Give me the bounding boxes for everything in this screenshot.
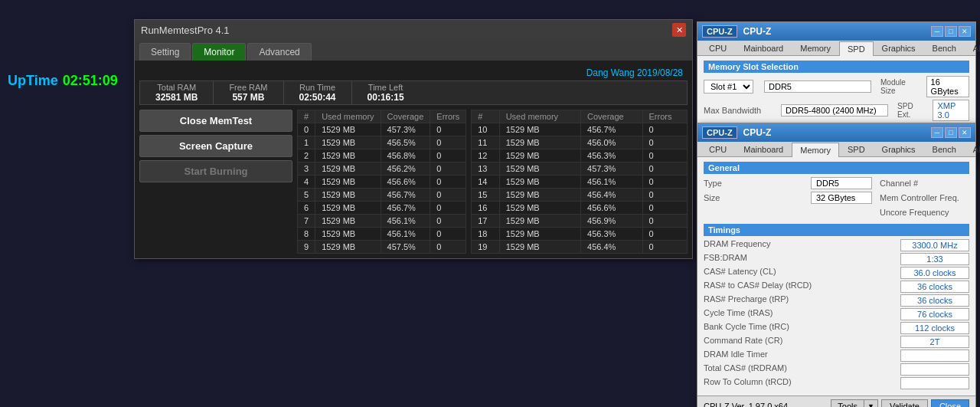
left-panel: Close MemTest Screen Capture Start Burni…	[139, 110, 292, 254]
cpuz-mem-logo: CPU-Z	[702, 126, 737, 139]
table-row: 191529 MB456.4%0	[472, 241, 688, 254]
table1-container: # Used memory Coverage Errors 01529 MB45…	[297, 110, 466, 254]
max-bandwidth-row: Max Bandwidth DDR5-4800 (2400 MHz) SPD E…	[704, 100, 969, 121]
tab-advanced[interactable]: Advanced	[247, 43, 311, 61]
timing-row: DRAM Frequency3300.0 MHz	[704, 239, 969, 251]
run-time-value: 02:50:44	[299, 92, 336, 103]
total-ram-value: 32581 MB	[155, 92, 198, 103]
table-row: 111529 MB456.0%0	[472, 136, 688, 149]
total-ram-label: Total RAM	[157, 83, 196, 92]
cpuz-spd-window-buttons: ─ □ ✕	[931, 26, 971, 37]
cpuz-close-button[interactable]: Close	[931, 399, 969, 407]
table-row: 131529 MB457.3%0	[472, 162, 688, 176]
col-errors: Errors	[430, 110, 466, 123]
cpuz-spd-tab-cpu[interactable]: CPU	[701, 41, 735, 55]
tab-monitor[interactable]: Monitor	[192, 43, 246, 61]
mem-controller-label: Mem Controller Freq.	[880, 193, 980, 202]
memtest-titlebar: RunMemtestPro 4.1 ✕	[135, 20, 692, 40]
module-size-label: Module Size	[880, 78, 917, 95]
table-row: 161529 MB456.6%0	[472, 202, 688, 215]
ddr-type-value: DDR5	[764, 80, 871, 93]
table-row: 01529 MB457.3%0	[298, 123, 466, 136]
stat-total-ram: Total RAM 32581 MB	[140, 81, 214, 104]
cpuz-memory-close-button[interactable]: ✕	[959, 127, 971, 138]
cpuz-mem-tab-bench[interactable]: Bench	[924, 142, 965, 156]
cpuz-spd-tab-spd[interactable]: SPD	[839, 41, 874, 56]
screen-capture-button[interactable]: Screen Capture	[139, 135, 292, 157]
cpuz-spd-tab-graphics[interactable]: Graphics	[874, 41, 924, 55]
cpuz-tools-button[interactable]: Tools	[831, 399, 864, 407]
table-row: 91529 MB457.5%0	[298, 241, 466, 254]
table-row: 121529 MB456.3%0	[472, 149, 688, 162]
cpuz-spd-minimize-button[interactable]: ─	[931, 26, 943, 37]
spd-ext-label: SPD Ext.	[897, 102, 923, 119]
size-row: Size 32 GBytes	[704, 192, 872, 204]
cpuz-spd-close-button[interactable]: ✕	[959, 26, 971, 37]
memtest-tabs: Setting Monitor Advanced	[135, 40, 692, 61]
cpuz-spd-tab-bench[interactable]: Bench	[924, 41, 965, 55]
cpuz-mem-tab-graphics[interactable]: Graphics	[874, 142, 924, 156]
spd-ext-value: XMP 3.0	[933, 100, 969, 121]
cpuz-spd-section-title: Memory Slot Selection	[704, 61, 969, 73]
memtest-header-row: Dang Wang 2019/08/28	[139, 65, 688, 80]
timing-row: FSB:DRAM1:33	[704, 253, 969, 265]
stat-run-time: Run Time 02:50:44	[284, 81, 352, 104]
tab-setting[interactable]: Setting	[139, 43, 191, 61]
stat-free-ram: Free RAM 557 MB	[214, 81, 283, 104]
timing-row: RAS# to CAS# Delay (tRCD)36 clocks	[704, 281, 969, 293]
table-row: 31529 MB456.2%0	[298, 162, 466, 176]
timing-row: RAS# Precharge (tRP)36 clocks	[704, 294, 969, 307]
cpuz-footer-buttons: Tools ▼ Validate Close	[831, 399, 969, 407]
memtest-content: Dang Wang 2019/08/28 Total RAM 32581 MB …	[135, 61, 692, 258]
timing-row: DRAM Idle Timer	[704, 350, 969, 362]
max-bandwidth-label: Max Bandwidth	[704, 106, 775, 115]
size-label: Size	[704, 193, 811, 202]
mem-controller-row: Mem Controller Freq. 1649.6 MHz	[880, 192, 980, 204]
cpuz-mem-tab-mainboard[interactable]: Mainboard	[735, 142, 792, 156]
cpuz-mem-tab-about[interactable]: About	[965, 142, 980, 156]
cpuz-mem-tab-memory[interactable]: Memory	[792, 143, 839, 157]
close-memtest-button[interactable]: Close MemTest	[139, 110, 292, 132]
cpuz-validate-button[interactable]: Validate	[881, 399, 928, 407]
timing-row: Total CAS# (tRDRAM)	[704, 363, 969, 376]
cpuz-mem-tab-cpu[interactable]: CPU	[701, 142, 735, 156]
col2-errors: Errors	[642, 110, 687, 123]
cpuz-spd-title: CPU-Z	[743, 26, 772, 37]
cpuz-spd-tab-about[interactable]: About	[965, 41, 980, 55]
timing-row: CAS# Latency (CL)36.0 clocks	[704, 267, 969, 279]
col-used-memory: Used memory	[315, 110, 381, 123]
start-burning-button[interactable]: Start Burning	[139, 160, 292, 182]
cpuz-memory-minimize-button[interactable]: ─	[931, 127, 943, 138]
cpuz-general-cols: Type DDR5 Size 32 GBytes Channel # Quad …	[704, 177, 969, 221]
uptime-bar: UpTime 02:51:09	[0, 0, 134, 407]
uncore-label: Uncore Frequency	[880, 208, 980, 217]
cpuz-version: CPU-Z Ver. 1.97.0 x64	[704, 402, 788, 407]
free-ram-value: 557 MB	[232, 92, 264, 103]
cpuz-spd-tab-mainboard[interactable]: Mainboard	[735, 41, 792, 55]
run-time-label: Run Time	[299, 83, 335, 92]
slot-dropdown[interactable]: Slot #1	[704, 80, 753, 94]
type-value: DDR5	[811, 177, 872, 189]
cpuz-spd-tab-memory[interactable]: Memory	[792, 41, 839, 55]
col2-used-memory: Used memory	[499, 110, 580, 123]
memtest-body: Close MemTest Screen Capture Start Burni…	[139, 110, 688, 254]
memtest-date: Dang Wang 2019/08/28	[586, 67, 683, 78]
cpuz-memory-restore-button[interactable]: □	[945, 127, 957, 138]
cpuz-mem-tab-spd[interactable]: SPD	[839, 142, 874, 156]
table-row: 81529 MB456.1%0	[298, 228, 466, 241]
table-row: 181529 MB456.3%0	[472, 228, 688, 241]
cpuz-tools-dropdown-button[interactable]: ▼	[864, 399, 878, 407]
uptime-value: 02:51:09	[63, 73, 118, 89]
type-label: Type	[704, 179, 811, 188]
timing-row: Command Rate (CR)2T	[704, 336, 969, 348]
memtest-title: RunMemtestPro 4.1	[141, 25, 230, 36]
memtest-window: RunMemtestPro 4.1 ✕ Setting Monitor Adva…	[134, 19, 693, 259]
timing-row: Bank Cycle Time (tRC)112 clocks	[704, 322, 969, 334]
table2-container: # Used memory Coverage Errors 101529 MB4…	[471, 110, 688, 254]
cpuz-timings-title: Timings	[704, 224, 969, 236]
cpuz-general-left: Type DDR5 Size 32 GBytes	[704, 177, 872, 221]
stat-time-left: Time Left 00:16:15	[352, 81, 420, 104]
cpuz-spd-restore-button[interactable]: □	[945, 26, 957, 37]
memtest-close-button[interactable]: ✕	[672, 23, 686, 37]
time-left-label: Time Left	[368, 83, 403, 92]
